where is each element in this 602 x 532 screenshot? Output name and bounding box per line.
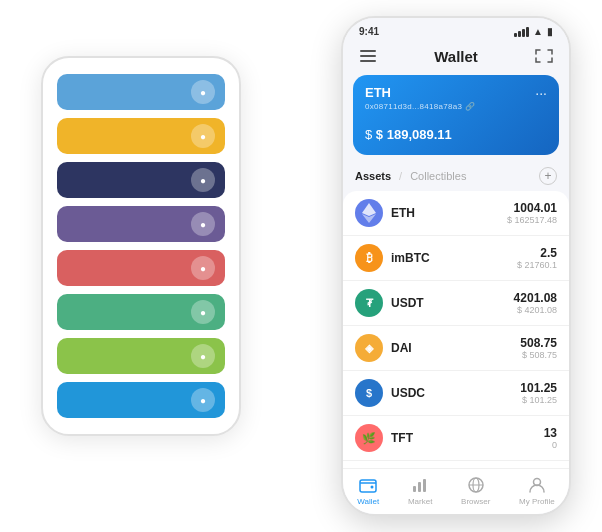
imbtc-amounts: 2.5 $ 21760.1 <box>517 246 557 270</box>
bg-card-3[interactable]: ● <box>57 162 225 198</box>
dai-amount: 508.75 <box>520 336 557 350</box>
token-item-tft[interactable]: 🌿 TFT 13 0 <box>343 416 569 461</box>
bg-card-7-icon: ● <box>191 344 215 368</box>
tab-divider: / <box>399 170 402 182</box>
status-bar: 9:41 ▲ ▮ <box>343 18 569 41</box>
profile-nav-label: My Profile <box>519 497 555 506</box>
bottom-nav: Wallet Market <box>343 468 569 514</box>
usdc-amount: 101.25 <box>520 381 557 395</box>
bg-card-5-icon: ● <box>191 256 215 280</box>
bg-card-1-icon: ● <box>191 80 215 104</box>
dai-amounts: 508.75 $ 508.75 <box>520 336 557 360</box>
svg-rect-0 <box>360 50 376 52</box>
market-nav-label: Market <box>408 497 432 506</box>
usdc-logo: $ <box>355 379 383 407</box>
imbtc-logo: ₿ <box>355 244 383 272</box>
status-icons: ▲ ▮ <box>514 26 553 37</box>
bg-card-8[interactable]: ● <box>57 382 225 418</box>
svg-rect-5 <box>360 480 376 492</box>
browser-nav-label: Browser <box>461 497 490 506</box>
token-item-usdc[interactable]: $ USDC 101.25 $ 101.25 <box>343 371 569 416</box>
nav-browser[interactable]: Browser <box>461 475 490 506</box>
usdt-amounts: 4201.08 $ 4201.08 <box>514 291 557 315</box>
assets-tabs: Assets / Collectibles <box>355 170 466 182</box>
assets-header: Assets / Collectibles + <box>343 163 569 191</box>
usdc-amounts: 101.25 $ 101.25 <box>520 381 557 405</box>
svg-rect-7 <box>413 486 416 492</box>
bg-card-6[interactable]: ● <box>57 294 225 330</box>
token-item-imbtc[interactable]: ₿ imBTC 2.5 $ 21760.1 <box>343 236 569 281</box>
tab-assets[interactable]: Assets <box>355 170 391 182</box>
eth-card-menu[interactable]: ··· <box>535 85 547 101</box>
menu-icon[interactable] <box>357 45 379 67</box>
usdt-usd: $ 4201.08 <box>514 305 557 315</box>
eth-logo <box>355 199 383 227</box>
profile-nav-icon <box>527 475 547 495</box>
usdt-name: USDT <box>391 296 514 310</box>
bg-card-6-icon: ● <box>191 300 215 324</box>
bg-card-8-icon: ● <box>191 388 215 412</box>
nav-market[interactable]: Market <box>408 475 432 506</box>
svg-rect-1 <box>360 55 376 57</box>
status-time: 9:41 <box>359 26 379 37</box>
bg-card-2-icon: ● <box>191 124 215 148</box>
eth-usd: $ 162517.48 <box>507 215 557 225</box>
bg-card-4-icon: ● <box>191 212 215 236</box>
imbtc-amount: 2.5 <box>517 246 557 260</box>
dai-name: DAI <box>391 341 520 355</box>
signal-icon <box>514 27 529 37</box>
nav-profile[interactable]: My Profile <box>519 475 555 506</box>
eth-amounts: 1004.01 $ 162517.48 <box>507 201 557 225</box>
eth-card-currency-symbol: $ <box>365 127 376 142</box>
eth-name: ETH <box>391 206 507 220</box>
svg-rect-9 <box>423 479 426 492</box>
usdt-amount: 4201.08 <box>514 291 557 305</box>
svg-marker-3 <box>362 203 376 216</box>
tft-name: TFT <box>391 431 544 445</box>
token-item-eth[interactable]: ETH 1004.01 $ 162517.48 <box>343 191 569 236</box>
tft-logo: 🌿 <box>355 424 383 452</box>
add-asset-button[interactable]: + <box>539 167 557 185</box>
svg-rect-8 <box>418 482 421 492</box>
imbtc-usd: $ 21760.1 <box>517 260 557 270</box>
usdc-name: USDC <box>391 386 520 400</box>
bg-card-4[interactable]: ● <box>57 206 225 242</box>
wifi-icon: ▲ <box>533 26 543 37</box>
tft-amounts: 13 0 <box>544 426 557 450</box>
eth-amount: 1004.01 <box>507 201 557 215</box>
battery-icon: ▮ <box>547 26 553 37</box>
market-nav-icon <box>410 475 430 495</box>
bg-card-5[interactable]: ● <box>57 250 225 286</box>
tft-amount: 13 <box>544 426 557 440</box>
bg-card-2[interactable]: ● <box>57 118 225 154</box>
tft-usd: 0 <box>544 440 557 450</box>
token-item-dai[interactable]: ◈ DAI 508.75 $ 508.75 <box>343 326 569 371</box>
token-list: ETH 1004.01 $ 162517.48 ₿ imBTC 2.5 $ 21… <box>343 191 569 468</box>
page-title: Wallet <box>434 48 478 65</box>
svg-rect-2 <box>360 60 376 62</box>
browser-nav-icon <box>466 475 486 495</box>
dai-logo: ◈ <box>355 334 383 362</box>
usdc-usd: $ 101.25 <box>520 395 557 405</box>
eth-card-amount: $ $ 189,089.11 <box>365 119 547 145</box>
bg-card-7[interactable]: ● <box>57 338 225 374</box>
imbtc-name: imBTC <box>391 251 517 265</box>
svg-point-6 <box>371 486 374 489</box>
top-nav: Wallet <box>343 41 569 75</box>
background-phone: ● ● ● ● ● ● ● ● <box>41 56 241 436</box>
eth-card-address: 0x08711d3d...8418a78a3 🔗 <box>365 102 547 111</box>
dai-usd: $ 508.75 <box>520 350 557 360</box>
nav-wallet[interactable]: Wallet <box>357 475 379 506</box>
token-item-usdt[interactable]: ₮ USDT 4201.08 $ 4201.08 <box>343 281 569 326</box>
expand-icon[interactable] <box>533 45 555 67</box>
wallet-nav-icon <box>358 475 378 495</box>
eth-card-title: ETH <box>365 85 547 100</box>
foreground-phone: 9:41 ▲ ▮ <box>341 16 571 516</box>
bg-card-3-icon: ● <box>191 168 215 192</box>
usdt-logo: ₮ <box>355 289 383 317</box>
bg-card-1[interactable]: ● <box>57 74 225 110</box>
tab-collectibles[interactable]: Collectibles <box>410 170 466 182</box>
wallet-nav-label: Wallet <box>357 497 379 506</box>
eth-card[interactable]: ETH 0x08711d3d...8418a78a3 🔗 $ $ 189,089… <box>353 75 559 155</box>
scene: ● ● ● ● ● ● ● ● 9:41 <box>21 16 581 516</box>
